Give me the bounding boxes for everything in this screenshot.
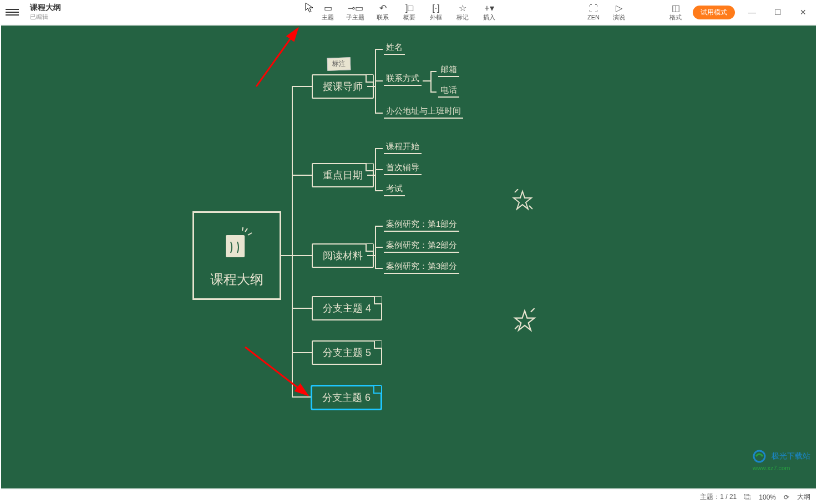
top-toolbar: 课程大纲 已编辑 ▭主题 ⊸▭子主题 ↶联系 ]□概要 [·]外框 ☆标记 +▾… bbox=[0, 0, 817, 24]
central-topic[interactable]: 课程大纲 bbox=[192, 211, 281, 300]
svg-line-4 bbox=[515, 189, 518, 192]
book-icon bbox=[217, 225, 256, 264]
center-toolbar: ▭主题 ⊸▭子主题 ↶联系 ]□概要 [·]外框 ☆标记 +▾插入 bbox=[319, 0, 498, 24]
maximize-button[interactable]: ☐ bbox=[769, 8, 786, 17]
leaf-exam[interactable]: 考试 bbox=[384, 184, 405, 196]
svg-point-10 bbox=[754, 451, 765, 462]
relation-icon: ↶ bbox=[379, 3, 387, 13]
svg-line-1 bbox=[245, 228, 247, 232]
cursor-icon bbox=[305, 2, 314, 16]
svg-line-3 bbox=[242, 227, 243, 231]
pitch-icon: ▷ bbox=[616, 3, 622, 13]
svg-line-5 bbox=[529, 206, 532, 209]
boundary-button[interactable]: [·]外框 bbox=[428, 0, 444, 24]
watermark: 极光下载站 www.xz7.com bbox=[753, 450, 810, 472]
hamburger-menu-icon[interactable] bbox=[6, 6, 19, 19]
svg-line-8 bbox=[256, 28, 298, 86]
star-decoration-icon bbox=[512, 308, 537, 337]
close-button[interactable]: ✕ bbox=[795, 8, 811, 17]
leaf-email[interactable]: 邮箱 bbox=[438, 64, 459, 77]
pitch-button[interactable]: ▷演说 bbox=[611, 3, 627, 22]
subtopic-icon: ⊸▭ bbox=[348, 3, 363, 13]
connector-lines bbox=[1, 26, 816, 488]
summary-button[interactable]: ]□概要 bbox=[401, 0, 418, 24]
marker-button[interactable]: ☆标记 bbox=[454, 0, 471, 24]
zen-button[interactable]: ⛶ZEN bbox=[585, 4, 602, 21]
svg-line-2 bbox=[248, 233, 252, 235]
topic-count: 主题：1 / 21 bbox=[700, 492, 737, 502]
node-dates[interactable]: 重点日期 bbox=[312, 163, 374, 187]
zen-icon: ⛶ bbox=[589, 4, 598, 14]
format-button[interactable]: ◫格式 bbox=[667, 3, 684, 22]
node-instructor[interactable]: 授课导师 bbox=[312, 74, 374, 99]
subtopic-button[interactable]: ⊸▭子主题 bbox=[346, 0, 364, 24]
node-branch4[interactable]: 分支主题 4 bbox=[312, 296, 382, 320]
central-topic-label: 课程大纲 bbox=[210, 271, 263, 288]
right-toolbar: ⛶ZEN ▷演说 ◫格式 试用模式 — ☐ ✕ bbox=[585, 0, 811, 24]
watermark-url: www.xz7.com bbox=[753, 465, 790, 471]
map-view-icon[interactable]: ⿻ bbox=[744, 493, 751, 501]
annotation-arrow-2 bbox=[242, 344, 314, 405]
node-reading[interactable]: 阅读材料 bbox=[312, 243, 374, 268]
relation-button[interactable]: ↶联系 bbox=[374, 0, 391, 24]
svg-rect-0 bbox=[226, 235, 245, 257]
topic-button[interactable]: ▭主题 bbox=[319, 0, 336, 24]
summary-icon: ]□ bbox=[405, 3, 413, 13]
leaf-office[interactable]: 办公地址与上班时间 bbox=[384, 106, 463, 119]
status-bar: 主题：1 / 21 ⿻ 100% ⟳ 大纲 bbox=[0, 490, 817, 504]
svg-line-7 bbox=[531, 308, 535, 312]
trial-mode-button[interactable]: 试用模式 bbox=[693, 6, 735, 19]
format-icon: ◫ bbox=[672, 3, 680, 13]
star-decoration-icon bbox=[511, 189, 534, 215]
note-tag[interactable]: 标注 bbox=[327, 57, 351, 70]
leaf-case1[interactable]: 案例研究：第1部分 bbox=[384, 219, 459, 232]
leaf-contact[interactable]: 联系方式 bbox=[384, 73, 422, 86]
mindmap-canvas[interactable]: 课程大纲 标注 授课导师 姓名 联系方式 邮箱 电话 办公地址与上班时间 重点日… bbox=[0, 24, 817, 490]
refresh-icon[interactable]: ⟳ bbox=[784, 493, 789, 501]
marker-icon: ☆ bbox=[459, 3, 466, 13]
document-title-block: 课程大纲 已编辑 bbox=[30, 3, 61, 21]
svg-line-6 bbox=[515, 325, 519, 329]
leaf-name[interactable]: 姓名 bbox=[384, 42, 405, 55]
svg-line-9 bbox=[245, 347, 308, 395]
boundary-icon: [·] bbox=[432, 3, 439, 13]
leaf-case3[interactable]: 案例研究：第3部分 bbox=[384, 261, 459, 274]
minimize-button[interactable]: — bbox=[744, 8, 760, 17]
watermark-logo-icon bbox=[753, 450, 769, 463]
insert-icon: +▾ bbox=[484, 3, 494, 13]
node-branch5[interactable]: 分支主题 5 bbox=[312, 340, 382, 365]
watermark-text: 极光下载站 bbox=[772, 451, 810, 460]
leaf-case2[interactable]: 案例研究：第2部分 bbox=[384, 240, 459, 253]
topic-icon: ▭ bbox=[324, 3, 332, 13]
node-branch6-selected[interactable]: 分支主题 6 bbox=[311, 385, 382, 410]
outline-toggle[interactable]: 大纲 bbox=[797, 492, 810, 502]
document-status: 已编辑 bbox=[30, 13, 61, 21]
leaf-phone[interactable]: 电话 bbox=[438, 85, 459, 98]
leaf-course-start[interactable]: 课程开始 bbox=[384, 141, 422, 154]
document-title: 课程大纲 bbox=[30, 3, 61, 13]
annotation-arrow-1 bbox=[251, 26, 317, 92]
leaf-first-tutoring[interactable]: 首次辅导 bbox=[384, 162, 422, 175]
insert-button[interactable]: +▾插入 bbox=[481, 0, 498, 24]
zoom-level[interactable]: 100% bbox=[759, 493, 776, 501]
